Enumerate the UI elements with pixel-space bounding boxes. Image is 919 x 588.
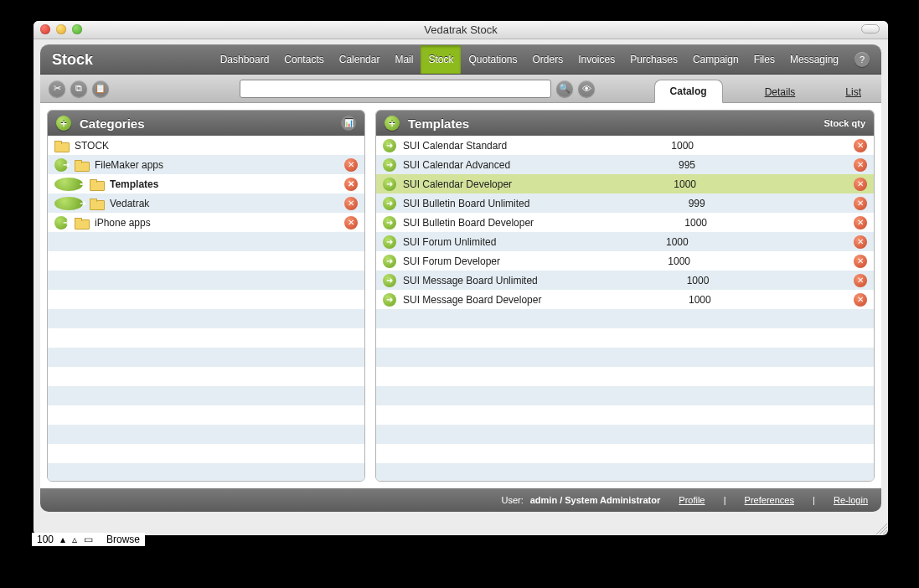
categories-panel: + Categories 📊 STOCK➜FileMaker apps✕➜Tem… <box>47 110 365 482</box>
nav-purchases[interactable]: Purchases <box>622 45 685 74</box>
nav-orders[interactable]: Orders <box>525 45 571 74</box>
open-icon[interactable]: ➜ <box>383 139 396 152</box>
paste-icon[interactable]: 📋 <box>92 80 109 97</box>
template-row[interactable]: ➜SUI Message Board Unlimited1000✕ <box>376 271 874 290</box>
main-header: Stock Dashboard Contacts Calendar Mail S… <box>40 44 881 75</box>
empty-row <box>376 309 874 328</box>
delete-icon[interactable]: ✕ <box>854 274 867 287</box>
delete-icon[interactable]: ✕ <box>344 197 358 210</box>
nav-quotations[interactable]: Quotations <box>461 45 524 74</box>
search-input[interactable] <box>240 80 551 98</box>
delete-icon[interactable]: ✕ <box>344 158 358 172</box>
open-icon[interactable]: ➜ <box>383 255 396 268</box>
toolbar-pill-icon[interactable] <box>861 24 880 34</box>
template-label: SUI Bulletin Board Developer <box>403 217 534 229</box>
delete-icon[interactable]: ✕ <box>854 255 867 268</box>
open-icon[interactable]: ➜ <box>383 274 396 287</box>
categories-list[interactable]: STOCK➜FileMaker apps✕➜Templates✕➜Vedatra… <box>48 136 364 481</box>
template-row[interactable]: ➜SUI Bulletin Board Developer1000✕ <box>376 213 874 232</box>
folder-icon <box>90 199 103 209</box>
tab-list[interactable]: List <box>837 81 870 103</box>
sep2: | <box>813 495 815 505</box>
template-row[interactable]: ➜SUI Calendar Advanced995✕ <box>376 155 874 174</box>
delete-icon[interactable]: ✕ <box>344 216 358 230</box>
expand-icon[interactable]: ➜ <box>54 178 83 191</box>
record-count: 100 <box>34 534 57 545</box>
nav-invoices[interactable]: Invoices <box>571 45 622 74</box>
view-icon[interactable]: 👁 <box>578 80 595 97</box>
delete-icon[interactable]: ✕ <box>854 216 867 230</box>
category-row[interactable]: ➜Vedatrak✕ <box>48 193 364 213</box>
stock-qty: 1000 <box>678 294 718 306</box>
nav-stock[interactable]: Stock <box>421 45 461 74</box>
nav-calendar[interactable]: Calendar <box>332 45 388 74</box>
zoom-in-icon[interactable]: ▵ <box>69 534 80 545</box>
open-icon[interactable]: ➜ <box>383 235 396 249</box>
filemaker-status-bar: 100 ▴ ▵ ▭ Browse <box>32 533 145 546</box>
delete-icon[interactable]: ✕ <box>344 178 358 191</box>
tab-details[interactable]: Details <box>756 81 804 103</box>
delete-icon[interactable]: ✕ <box>854 139 867 152</box>
template-row[interactable]: ➜SUI Calendar Developer1000✕ <box>376 174 874 193</box>
category-label: Vedatrak <box>110 198 149 209</box>
open-icon[interactable]: ➜ <box>383 197 396 210</box>
copy-icon[interactable]: ⧉ <box>70 80 87 97</box>
resize-grip-icon[interactable] <box>875 523 887 534</box>
profile-link[interactable]: Profile <box>679 495 705 505</box>
template-label: SUI Calendar Developer <box>403 178 512 190</box>
template-row[interactable]: ➜SUI Bulletin Board Unlimited999✕ <box>376 193 874 213</box>
chart-icon[interactable]: 📊 <box>341 116 356 131</box>
add-category-button[interactable]: + <box>56 116 71 131</box>
delete-icon[interactable]: ✕ <box>854 197 867 210</box>
expand-icon[interactable]: ➜ <box>54 216 68 230</box>
expand-icon[interactable]: ➜ <box>54 197 83 210</box>
nav-dashboard[interactable]: Dashboard <box>213 45 277 74</box>
expand-icon[interactable]: ➜ <box>54 158 68 172</box>
layout-icon[interactable]: ▭ <box>80 534 96 545</box>
template-row[interactable]: ➜SUI Forum Unlimited1000✕ <box>376 232 874 251</box>
template-row[interactable]: ➜SUI Calendar Standard1000✕ <box>376 136 874 155</box>
empty-row <box>48 367 364 386</box>
category-row[interactable]: STOCK <box>48 136 364 155</box>
user-label: User: <box>501 495 523 505</box>
preferences-link[interactable]: Preferences <box>745 495 794 505</box>
zoom-out-icon[interactable]: ▴ <box>57 534 69 545</box>
close-icon[interactable] <box>40 24 50 34</box>
templates-header: + Templates Stock qty <box>376 111 874 136</box>
open-icon[interactable]: ➜ <box>383 293 396 307</box>
delete-icon[interactable]: ✕ <box>854 158 867 172</box>
nav-contacts[interactable]: Contacts <box>276 45 331 74</box>
search-icon[interactable]: 🔍 <box>556 80 573 97</box>
nav-files[interactable]: Files <box>746 45 782 74</box>
delete-icon[interactable]: ✕ <box>854 178 867 191</box>
category-row[interactable]: ➜FileMaker apps✕ <box>48 155 364 174</box>
empty-row <box>376 348 874 367</box>
template-row[interactable]: ➜SUI Message Board Developer1000✕ <box>376 290 874 309</box>
delete-icon[interactable]: ✕ <box>854 293 867 307</box>
help-button[interactable]: ? <box>854 52 870 67</box>
open-icon[interactable]: ➜ <box>383 216 396 230</box>
open-icon[interactable]: ➜ <box>383 158 396 172</box>
stock-qty: 999 <box>672 198 712 209</box>
zoom-icon[interactable] <box>72 24 82 34</box>
delete-icon[interactable]: ✕ <box>854 235 867 249</box>
relogin-link[interactable]: Re-login <box>834 495 868 505</box>
category-row[interactable]: ➜iPhone apps✕ <box>48 213 364 232</box>
templates-list[interactable]: ➜SUI Calendar Standard1000✕➜SUI Calendar… <box>376 136 874 481</box>
cut-icon[interactable]: ✂ <box>49 80 65 97</box>
nav-campaign[interactable]: Campaign <box>685 45 746 74</box>
template-row[interactable]: ➜SUI Forum Developer1000✕ <box>376 251 874 271</box>
sep1: | <box>724 495 726 505</box>
category-label: Templates <box>110 178 158 190</box>
add-template-button[interactable]: + <box>385 116 400 131</box>
empty-row <box>48 348 364 367</box>
tab-catalog[interactable]: Catalog <box>654 80 723 103</box>
template-label: SUI Bulletin Board Unlimited <box>403 198 529 209</box>
nav-mail[interactable]: Mail <box>387 45 421 74</box>
nav-messaging[interactable]: Messaging <box>782 45 846 74</box>
category-row[interactable]: ➜Templates✕ <box>48 174 364 193</box>
open-icon[interactable]: ➜ <box>383 178 396 191</box>
minimize-icon[interactable] <box>56 24 66 34</box>
category-label: FileMaker apps <box>95 159 163 171</box>
templates-panel: + Templates Stock qty ➜SUI Calendar Stan… <box>375 110 875 482</box>
